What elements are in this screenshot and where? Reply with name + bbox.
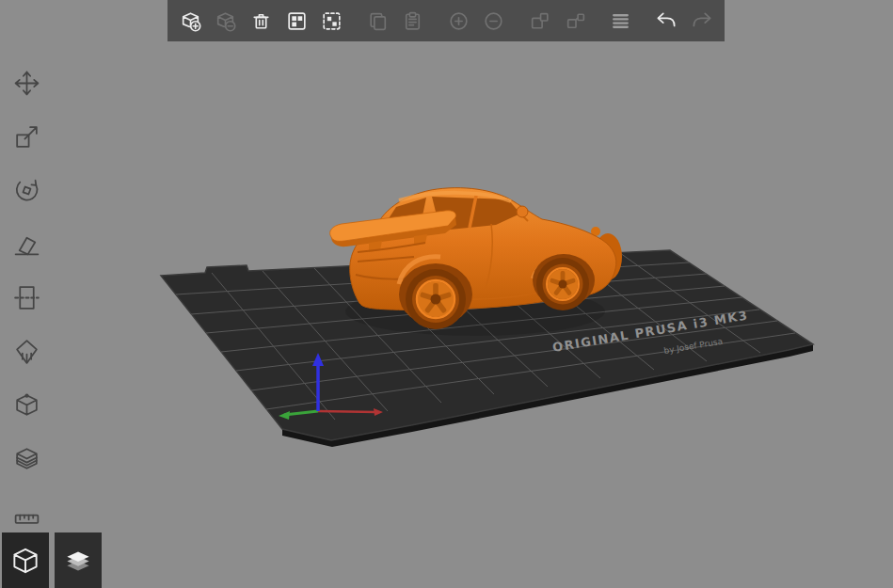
add-icon [179,9,202,33]
arrange-selection-icon [320,9,343,33]
left-toolbar [6,62,47,532]
paint-supports-button[interactable] [6,330,47,372]
measure-icon [12,498,41,527]
paste-icon [401,9,424,33]
add-instance-button[interactable] [441,3,476,39]
move-icon [12,69,41,98]
3d-editor-view-button[interactable] [2,532,49,588]
paint-supports-icon [12,337,41,366]
measure-button[interactable] [6,491,47,532]
delete-all-button[interactable] [244,3,279,39]
delete-icon [214,9,237,33]
seam-icon [12,390,41,420]
cut-icon [12,283,41,312]
paste-button[interactable] [395,3,430,39]
remove-instance-button[interactable] [477,3,512,39]
mmu-painting-icon [12,444,41,473]
preview-button[interactable] [55,532,102,588]
undo-icon [654,8,678,33]
rear-wheel [406,269,466,329]
undo-button[interactable] [649,3,684,39]
3d-view-icon [8,544,42,578]
view-switcher [2,532,102,588]
place-on-face-icon [12,230,41,259]
move-button[interactable] [6,62,47,103]
add-instance-icon [447,9,470,33]
scale-icon [12,122,41,151]
add-button[interactable] [173,3,208,39]
split-objects-icon [528,9,551,33]
mmu-painting-button[interactable] [6,437,47,479]
copy-button[interactable] [360,3,395,39]
split-to-objects-button[interactable] [522,3,557,39]
seam-button[interactable] [6,384,47,425]
copy-icon [366,9,390,33]
split-to-parts-button[interactable] [558,3,593,39]
viewport-3d[interactable]: ORIGINAL PRUSA i3 MK3 by Josef Prusa [0,0,893,588]
variable-layer-height-button[interactable] [603,3,638,39]
redo-icon [690,8,714,33]
delete-button[interactable] [209,3,244,39]
place-on-face-button[interactable] [6,223,47,264]
arrange-button[interactable] [279,3,314,39]
top-toolbar [167,0,725,41]
trash-icon [249,9,273,33]
arrange-selection-button[interactable] [314,3,349,39]
remove-instance-icon [482,9,505,33]
car-model[interactable] [330,188,622,336]
rotate-button[interactable] [6,169,47,211]
scale-button[interactable] [6,116,47,157]
preview-layers-icon [61,544,95,578]
front-wheel [536,258,589,310]
redo-button[interactable] [685,3,720,39]
rotate-icon [12,176,41,205]
layers-icon [609,9,632,33]
arrange-icon [285,9,309,33]
cut-button[interactable] [6,277,47,318]
split-parts-icon [564,9,587,33]
